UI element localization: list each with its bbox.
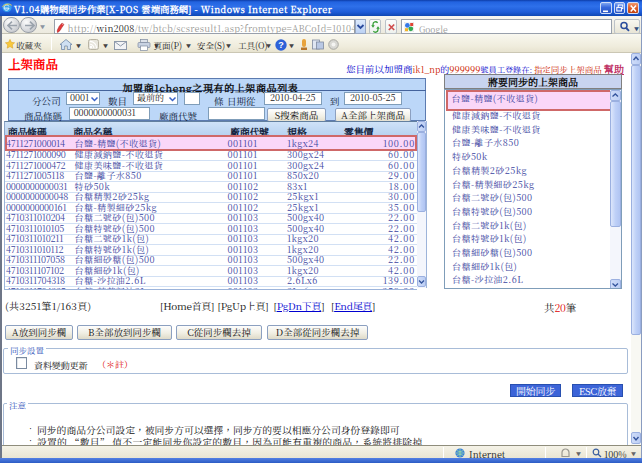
svg-text:?: ? (278, 40, 284, 50)
